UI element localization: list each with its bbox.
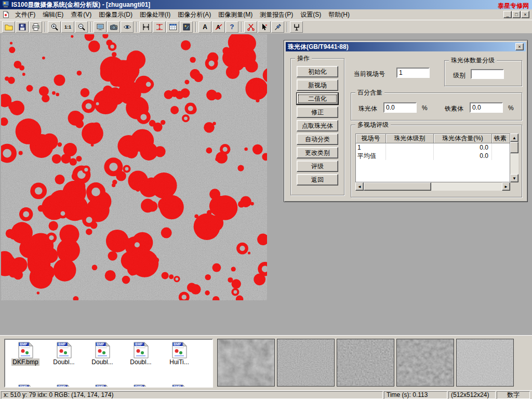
file-item-partial[interactable]: BMP	[83, 383, 122, 388]
thumbnail-4[interactable]	[396, 339, 454, 387]
grid-button[interactable]	[166, 21, 179, 33]
dialog-close-button[interactable]: ×	[515, 43, 524, 50]
menu-item-2[interactable]: 编辑(E)	[39, 9, 67, 20]
grid-row-2[interactable]: 平均值0.0	[356, 152, 510, 160]
file-list[interactable]: BMP DKF.bmp BMP Doubl... BMP Doubl... BM…	[4, 339, 213, 388]
op-button-6[interactable]: 自动分类	[297, 134, 338, 145]
file-item-2[interactable]: BMP Doubl...	[45, 341, 83, 367]
file-item-partial[interactable]: BMP	[6, 383, 45, 388]
svg-text:A: A	[216, 24, 220, 30]
file-name: DKF.bmp	[11, 358, 39, 366]
angle-tool-button[interactable]: A	[212, 21, 225, 33]
preview-button[interactable]	[121, 21, 134, 33]
measure-button[interactable]	[180, 21, 193, 33]
menu-item-3[interactable]: 查看(V)	[67, 9, 95, 20]
file-item-partial[interactable]: BMP	[45, 383, 83, 388]
op-button-1[interactable]: 初始化	[297, 66, 338, 77]
hscroll-thumb[interactable]	[364, 182, 431, 191]
bmp-file-icon: BMP	[17, 384, 34, 388]
specimen-svg	[1, 34, 267, 300]
thumbnail-2[interactable]	[277, 339, 335, 387]
pointer-button[interactable]	[258, 21, 271, 33]
scroll-down-icon[interactable]: ▼	[510, 174, 518, 182]
color-picker-icon	[274, 23, 282, 31]
scroll-right-icon[interactable]: ►	[502, 182, 510, 191]
menu-item-5[interactable]: 图像处理(I)	[136, 9, 174, 20]
svg-text:BMP: BMP	[97, 342, 104, 346]
menu-item-7[interactable]: 图像测量(M)	[215, 9, 256, 20]
save-floppy-icon	[18, 23, 26, 31]
current-field-label: 当前视场号	[354, 70, 385, 78]
specimen-image[interactable]	[1, 34, 267, 300]
text-tool-button[interactable]: A	[198, 21, 211, 33]
current-field-input[interactable]	[396, 68, 430, 78]
op-button-7[interactable]: 更改类别	[297, 147, 338, 158]
caliper-vertical-button[interactable]	[139, 21, 152, 33]
scissors-button[interactable]	[244, 21, 257, 33]
op-button-2[interactable]: 新视场	[297, 79, 338, 91]
multi-field-table[interactable]: 视场号珠光体级别珠光体含量(%)铁素 10.0平均值0.0	[355, 134, 510, 182]
file-item-5[interactable]: BMP HuiTi...	[160, 341, 198, 367]
ferrite-percent-input[interactable]	[470, 102, 503, 113]
file-item-1[interactable]: BMP DKF.bmp	[6, 341, 45, 367]
toolbar: 1:1 A A ?	[0, 20, 532, 33]
op-button-8[interactable]: 评级	[297, 161, 338, 172]
menu-item-8[interactable]: 测量报告(P)	[256, 9, 297, 20]
svg-text:BMP: BMP	[58, 385, 66, 388]
scissors-icon	[247, 23, 255, 31]
caliper-horizontal-button[interactable]	[153, 21, 166, 33]
op-button-9[interactable]: 返回	[297, 174, 338, 185]
menu-item-10[interactable]: 帮助(H)	[325, 9, 353, 20]
thumbnail-5[interactable]	[456, 339, 514, 387]
op-button-3[interactable]: 二值化	[297, 93, 338, 104]
scroll-left-icon[interactable]: ◄	[355, 182, 364, 191]
grid-row-1[interactable]: 10.0	[356, 143, 510, 152]
picker-button[interactable]	[271, 21, 284, 33]
thumbnail-3[interactable]	[337, 339, 394, 387]
zoom-in-button[interactable]	[48, 21, 61, 33]
scroll-up-icon[interactable]: ▲	[510, 134, 518, 142]
dialog-title-bar[interactable]: 珠光体(GB/T9441-88) ×	[286, 42, 526, 51]
mdi-minimize-button[interactable]: _	[503, 11, 512, 18]
menu-item-4[interactable]: 图像显示(D)	[95, 9, 136, 20]
bmp-file-icon: BMP	[17, 342, 34, 358]
grid-header-2[interactable]: 珠光体级别	[386, 134, 434, 143]
help-button[interactable]: ?	[225, 21, 238, 33]
print-button[interactable]	[29, 21, 42, 33]
grid-header-3[interactable]: 珠光体含量(%)	[434, 134, 492, 143]
file-item-4[interactable]: BMP Doubl...	[122, 341, 160, 367]
mdi-close-button[interactable]: ×	[521, 11, 529, 18]
printer-icon	[32, 23, 40, 31]
file-name: Doubl...	[129, 358, 152, 366]
mdi-restore-button[interactable]: □	[512, 11, 521, 18]
table-hscrollbar[interactable]: ◄ ►	[355, 182, 510, 191]
file-item-partial[interactable]: BMP	[122, 383, 160, 388]
grid-cell	[386, 152, 434, 160]
vscroll-thumb[interactable]	[510, 142, 518, 153]
table-vscrollbar[interactable]: ▲ ▼	[510, 134, 518, 182]
capture-button[interactable]	[94, 21, 107, 33]
grid-header-1[interactable]: 视场号	[356, 134, 386, 143]
file-item-3[interactable]: BMP Doubl...	[83, 341, 122, 367]
grid-header-4[interactable]: 铁素	[492, 134, 510, 143]
open-button[interactable]	[2, 21, 15, 33]
document-system-icon[interactable]	[2, 11, 9, 18]
grid-cell: 0.0	[434, 152, 492, 160]
menu-item-9[interactable]: 设置(S)	[297, 9, 325, 20]
bmp-file-icon: BMP	[171, 384, 188, 388]
menu-item-6[interactable]: 图像分析(A)	[174, 9, 215, 20]
op-button-5[interactable]: 点取珠光体	[297, 120, 338, 131]
camera-button[interactable]	[107, 21, 120, 33]
watermark-text: 泰星专修网	[498, 2, 529, 10]
grade-input[interactable]	[471, 69, 504, 79]
svg-text:BMP: BMP	[135, 342, 143, 346]
zoom-out-button[interactable]	[75, 21, 88, 33]
pearlite-percent-input[interactable]	[383, 102, 417, 113]
file-item-partial[interactable]: BMP	[160, 383, 198, 388]
actual-size-button[interactable]: 1:1	[61, 21, 74, 33]
op-button-4[interactable]: 修正	[297, 107, 338, 118]
thumbnail-1[interactable]	[217, 339, 275, 387]
save-button[interactable]	[16, 21, 29, 33]
menu-item-1[interactable]: 文件(F)	[11, 9, 39, 20]
micrometer-button[interactable]	[290, 21, 303, 33]
